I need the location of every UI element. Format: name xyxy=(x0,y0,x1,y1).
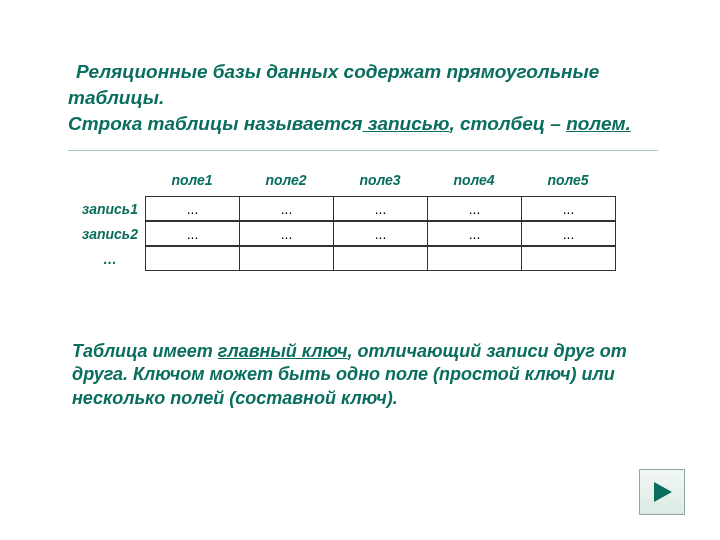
slide: Реляционные базы данных содержат прямоуг… xyxy=(0,0,720,540)
grid: ... ... ... ... ... xyxy=(145,221,616,246)
col-header: поле2 xyxy=(239,168,333,196)
cell: ... xyxy=(240,197,334,221)
cell xyxy=(522,247,616,271)
heading-underline-field: полем. xyxy=(566,113,631,134)
table-row: запись2 ... ... ... ... ... xyxy=(75,221,616,246)
cell: ... xyxy=(522,197,616,221)
cell: ... xyxy=(334,222,428,246)
cell: ... xyxy=(522,222,616,246)
table-row: … xyxy=(75,246,616,271)
heading-line3-pre: Строка таблицы называется xyxy=(68,113,362,134)
play-icon xyxy=(649,479,675,505)
cell xyxy=(334,247,428,271)
svg-marker-0 xyxy=(654,482,672,502)
row-header: запись1 xyxy=(75,197,145,221)
col-header: поле1 xyxy=(145,168,239,196)
row-header: … xyxy=(75,247,145,271)
cell: ... xyxy=(146,222,240,246)
col-header: поле5 xyxy=(521,168,615,196)
table-area: поле1 поле2 поле3 поле4 поле5 запись1 ..… xyxy=(75,168,616,271)
heading-block: Реляционные базы данных содержат прямоуг… xyxy=(68,60,658,137)
divider xyxy=(68,150,658,151)
column-headers: поле1 поле2 поле3 поле4 поле5 xyxy=(145,168,616,196)
para-underline-key: главный ключ xyxy=(218,341,348,361)
grid xyxy=(145,246,616,271)
grid: ... ... ... ... ... xyxy=(145,196,616,221)
cell: ... xyxy=(240,222,334,246)
para-pre: Таблица имеет xyxy=(72,341,218,361)
heading-line1: Реляционные базы данных содержат прямоуг… xyxy=(68,60,658,84)
next-button[interactable] xyxy=(639,469,685,515)
cell: ... xyxy=(334,197,428,221)
cell: ... xyxy=(428,197,522,221)
row-header: запись2 xyxy=(75,222,145,246)
cell xyxy=(146,247,240,271)
cell xyxy=(240,247,334,271)
col-header: поле4 xyxy=(427,168,521,196)
paragraph: Таблица имеет главный ключ, отличающий з… xyxy=(72,340,652,410)
heading-line3-mid: , столбец – xyxy=(449,113,566,134)
col-header: поле3 xyxy=(333,168,427,196)
cell xyxy=(428,247,522,271)
table-row: запись1 ... ... ... ... ... xyxy=(75,196,616,221)
cell: ... xyxy=(146,197,240,221)
cell: ... xyxy=(428,222,522,246)
heading-line3: Строка таблицы называется записью, столб… xyxy=(68,112,658,136)
heading-underline-record: записью xyxy=(362,113,449,134)
heading-line2: таблицы. xyxy=(68,86,658,110)
